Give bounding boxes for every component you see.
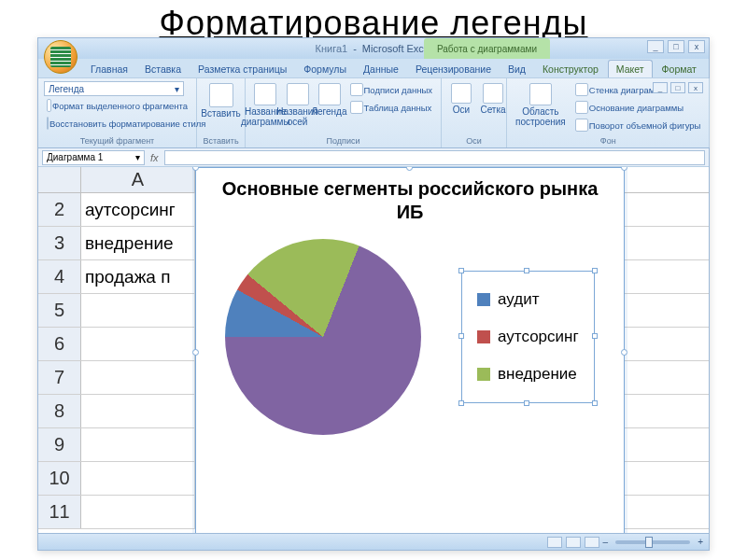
group-label: Текущий фрагмент	[44, 134, 190, 147]
plot-area-button[interactable]: Область построения	[513, 81, 569, 129]
cell[interactable]	[81, 361, 195, 394]
resize-handle[interactable]	[592, 268, 598, 273]
zoom-slider[interactable]	[615, 540, 690, 544]
chart-title[interactable]: Основные сегменты российского рынка ИБ	[196, 168, 624, 230]
cell[interactable]: продажа п	[81, 260, 195, 293]
legend-item[interactable]: внедрение	[475, 356, 581, 393]
name-box[interactable]: Диаграмма 1▾	[42, 150, 145, 165]
zoom-in-button[interactable]: +	[698, 537, 703, 547]
resize-handle[interactable]	[592, 400, 598, 406]
cell[interactable]: аутсорсинг	[81, 193, 195, 226]
tab-layout[interactable]: Макет	[608, 60, 653, 77]
view-normal-button[interactable]	[547, 537, 562, 548]
legend-item[interactable]: аудит	[475, 281, 581, 318]
row-header[interactable]: 2	[38, 193, 81, 226]
minimize-button[interactable]: _	[647, 40, 664, 53]
resize-handle[interactable]	[621, 349, 627, 356]
legend-label: аутсорсинг	[498, 328, 579, 346]
row-header[interactable]: 6	[38, 328, 81, 360]
tab-data[interactable]: Данные	[356, 61, 406, 77]
3d-rotation-button[interactable]: Поворот объемной фигуры	[572, 117, 704, 133]
row-header[interactable]: 3	[38, 227, 81, 259]
resize-handle[interactable]	[458, 333, 464, 339]
data-labels-button[interactable]: Подписи данных	[347, 81, 436, 98]
plot-area-icon	[529, 83, 552, 105]
chart-object[interactable]: Основные сегменты российского рынка ИБ а…	[195, 167, 625, 533]
col-header-a[interactable]: A	[81, 167, 195, 192]
chart-element-selector[interactable]: Легенда▾	[44, 81, 184, 96]
chart-title-icon	[254, 83, 276, 105]
resize-handle[interactable]	[524, 268, 529, 273]
row-header[interactable]: 8	[38, 395, 81, 427]
chart-floor-button[interactable]: Основание диаграммы	[572, 99, 704, 116]
tab-design[interactable]: Конструктор	[535, 61, 606, 77]
resize-handle[interactable]	[192, 349, 199, 356]
close-button[interactable]: x	[688, 40, 705, 53]
status-bar: – +	[38, 533, 709, 550]
tab-insert[interactable]: Вставка	[137, 61, 189, 77]
reset-style-button[interactable]: Восстановить форматирование стиля	[44, 115, 190, 132]
cell[interactable]	[81, 395, 195, 427]
group-label: Вставить	[203, 134, 239, 147]
office-button[interactable]	[44, 40, 78, 74]
pie-chart[interactable]	[225, 239, 421, 435]
cell[interactable]	[81, 428, 195, 461]
data-table-icon	[350, 101, 363, 114]
tab-format[interactable]: Формат	[655, 61, 704, 77]
row-header[interactable]: 9	[38, 428, 81, 461]
insert-button[interactable]: Вставить	[203, 81, 239, 120]
format-selection-button[interactable]: Формат выделенного фрагмента	[44, 97, 190, 114]
data-table-button[interactable]: Таблица данных	[347, 99, 436, 116]
chart-title-button[interactable]: Название диаграммы	[251, 81, 280, 129]
legend-icon	[318, 83, 341, 105]
resize-handle[interactable]	[524, 400, 529, 406]
tab-formulas[interactable]: Формулы	[296, 61, 354, 77]
tab-review[interactable]: Рецензирование	[408, 61, 499, 77]
doc-close-button[interactable]: x	[688, 82, 703, 93]
cell[interactable]	[81, 328, 195, 360]
doc-minimize-button[interactable]: _	[653, 82, 668, 93]
doc-restore-button[interactable]: □	[670, 82, 685, 93]
select-all-corner[interactable]	[38, 167, 81, 192]
cell[interactable]: внедрение	[81, 227, 195, 259]
legend-label: внедрение	[498, 365, 577, 384]
contextual-tab-group: Работа с диаграммами	[424, 38, 550, 59]
row-header[interactable]: 10	[38, 462, 81, 495]
tab-home[interactable]: Главная	[83, 61, 135, 77]
zoom-out-button[interactable]: –	[603, 537, 609, 547]
resize-handle[interactable]	[458, 268, 464, 273]
formula-bar-row: Диаграмма 1▾ fx	[38, 148, 709, 167]
legend-item[interactable]: аутсорсинг	[475, 318, 581, 356]
cell[interactable]	[81, 462, 195, 495]
resize-handle[interactable]	[592, 333, 598, 339]
row-header[interactable]: 7	[38, 361, 81, 394]
row-header[interactable]: 11	[38, 496, 81, 528]
chevron-down-icon: ▾	[175, 84, 179, 94]
maximize-button[interactable]: □	[668, 40, 684, 53]
fx-label[interactable]: fx	[150, 152, 159, 163]
view-page-layout-button[interactable]	[566, 537, 581, 548]
worksheet-grid[interactable]: A B C D 2аутсорсинг3внедрение4продажа п5…	[38, 167, 709, 533]
axis-titles-button[interactable]: Названия осей	[284, 81, 312, 129]
title-bar: Книга1 - Microsoft Excel Работа с диагра…	[38, 38, 709, 59]
chart-legend[interactable]: аудитаутсорсингвнедрение	[461, 271, 595, 403]
row-header[interactable]: 4	[38, 260, 81, 293]
resize-handle[interactable]	[458, 400, 464, 406]
legend-button[interactable]: Легенда	[316, 81, 344, 119]
tab-page-layout[interactable]: Разметка страницы	[190, 61, 294, 77]
cell[interactable]	[81, 496, 195, 528]
row-header[interactable]: 5	[38, 294, 81, 327]
grid-icon	[483, 83, 503, 104]
cell[interactable]	[81, 294, 195, 327]
formula-bar[interactable]	[164, 150, 705, 165]
tab-view[interactable]: Вид	[500, 61, 533, 77]
axes-button[interactable]: Оси	[447, 81, 475, 117]
view-page-break-button[interactable]	[585, 537, 599, 548]
gridlines-button[interactable]: Сетка	[479, 81, 507, 117]
legend-swatch	[477, 330, 490, 343]
document-name: Книга1	[316, 43, 348, 54]
legend-swatch	[477, 368, 490, 381]
group-label: Оси	[447, 134, 500, 147]
group-label: Подписи	[251, 134, 435, 147]
app-name: Microsoft Excel	[362, 43, 432, 54]
